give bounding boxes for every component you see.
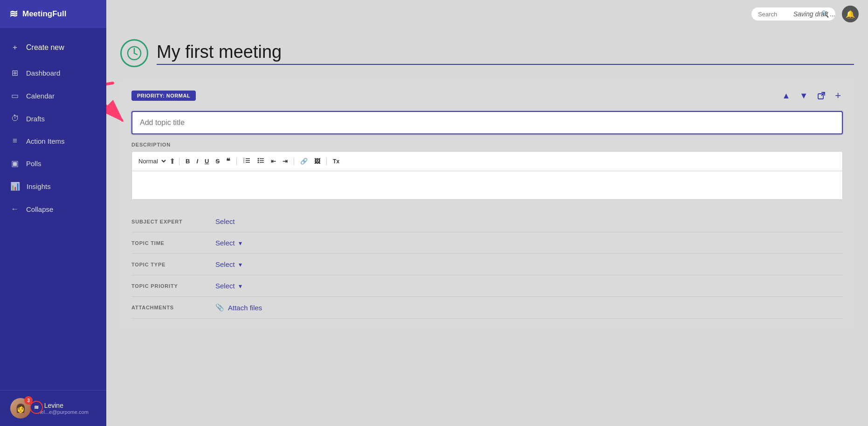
user-name: ey Levine [35,402,89,409]
list-icon: ≡ [10,136,20,146]
content-area: PRIORITY: NORMAL ▲ ▼ + [106,28,868,426]
topic-priority-label: TOPIC PRIORITY [131,283,215,289]
topic-priority-value: Select [215,282,235,290]
ordered-list-button[interactable]: 123 [241,155,253,167]
subject-expert-label: SUBJECT EXPERT [131,219,215,224]
bold-button[interactable]: B [183,156,192,166]
calendar-label: Calendar [26,92,55,100]
paperclip-icon: 📎 [215,303,224,312]
topic-time-label: TOPIC TIME [131,240,215,246]
italic-button[interactable]: I [194,156,200,166]
user-profile-area[interactable]: 👩 ≋ 3 ey Levine shel...e@purpome.com [0,390,106,426]
notification-bell-button[interactable]: 🔔 [842,6,859,22]
dashboard-label: Dashboard [26,69,60,77]
card-actions: ▲ ▼ + [780,89,843,103]
clock-svg [127,46,142,61]
description-editor[interactable] [132,171,842,199]
sidebar-item-polls[interactable]: ▣ Polls [0,152,106,175]
action-items-label: Action Items [26,137,65,145]
description-label: DESCRIPTION [131,142,843,147]
bell-icon: 🔔 [846,10,855,19]
format-select[interactable]: Normal [135,156,167,166]
saving-draft-status: Saving draft ... [793,10,835,18]
plus-icon: + [10,43,20,52]
user-email: shel...e@purpome.com [35,409,89,415]
sidebar: ≋ MeetingFull + Create new ⊞ Dashboard ▭… [0,0,106,426]
sidebar-item-action-items[interactable]: ≡ Action Items [0,130,106,152]
unordered-list-button[interactable] [255,155,267,167]
topic-title-input[interactable] [131,111,843,134]
form-fields: SUBJECT EXPERT Select TOPIC TIME Select … [131,211,843,319]
chevron-up-button[interactable]: ▲ [780,90,792,102]
toolbar-divider-1 [179,158,179,165]
sidebar-item-collapse[interactable]: ← Collapse [0,198,106,220]
topic-time-select[interactable]: Select ▾ [215,239,271,247]
clear-format-button[interactable]: Tx [331,157,342,166]
meeting-header [120,28,854,72]
indent-button[interactable]: ⇥ [280,156,290,166]
meeting-title-input[interactable] [157,42,854,65]
priority-badge: PRIORITY: NORMAL [131,91,196,101]
ol-icon: 123 [243,157,250,164]
image-button[interactable]: 🖼 [312,156,323,166]
subject-expert-value: Select [215,217,235,225]
polls-icon: ▣ [10,159,20,168]
external-link-icon [817,91,826,100]
chevron-down-button[interactable]: ▼ [798,90,810,102]
add-button[interactable]: + [833,89,843,103]
svg-line-2 [134,53,137,55]
sidebar-item-drafts[interactable]: ⏱ Drafts [0,107,106,130]
topic-priority-chevron: ▾ [239,282,242,290]
topic-title-wrapper [131,111,843,134]
user-info: ey Levine shel...e@purpome.com [35,402,89,415]
strikethrough-button[interactable]: S [213,156,222,166]
attachments-label: ATTACHMENTS [131,305,215,310]
editor-container: Normal ⬆ B I U S ❝ 123 [131,151,843,200]
topic-type-select[interactable]: Select ▾ [215,260,271,268]
svg-point-14 [258,162,259,163]
collapse-label: Collapse [26,205,53,213]
dashboard-icon: ⊞ [10,68,20,78]
topic-time-chevron: ▾ [239,239,242,247]
agenda-card: PRIORITY: NORMAL ▲ ▼ + [120,79,854,328]
calendar-icon: ▭ [10,91,20,101]
create-new-label: Create new [26,43,64,52]
subject-expert-select[interactable]: Select [215,217,271,225]
editor-toolbar: Normal ⬆ B I U S ❝ 123 [132,152,842,171]
app-name: MeetingFull [22,9,66,19]
subject-expert-row: SUBJECT EXPERT Select [131,211,843,232]
sidebar-item-calendar[interactable]: ▭ Calendar [0,84,106,107]
logo-icon: ≋ [9,8,18,20]
quote-button[interactable]: ❝ [224,155,233,167]
collapse-icon: ← [10,204,20,214]
svg-point-13 [258,160,259,161]
external-link-button[interactable] [815,91,827,101]
toolbar-divider-2 [236,158,237,165]
main-content: Saving draft ... 🔍 🔔 PRIORIT [106,0,868,426]
sidebar-item-insights[interactable]: 📊 Insights [0,175,106,198]
insights-icon: 📊 [10,182,20,191]
svg-point-12 [258,158,259,160]
attachments-row: ATTACHMENTS 📎 Attach files [131,297,843,319]
attach-files-button[interactable]: 📎 Attach files [215,303,262,312]
topic-time-row: TOPIC TIME Select ▾ [131,232,843,254]
clock-icon: ⏱ [10,114,20,123]
topbar: Saving draft ... 🔍 🔔 [106,0,868,28]
sidebar-item-dashboard[interactable]: ⊞ Dashboard [0,62,106,84]
topic-priority-row: TOPIC PRIORITY Select ▾ [131,275,843,297]
outdent-button[interactable]: ⇤ [269,156,278,166]
insights-label: Insights [27,182,51,190]
sidebar-item-create-new[interactable]: + Create new [0,34,106,62]
topic-type-row: TOPIC TYPE Select ▾ [131,254,843,275]
app-badge-icon: ≋ [34,404,39,411]
ul-icon [257,157,264,164]
drafts-label: Drafts [26,115,45,123]
topic-type-label: TOPIC TYPE [131,262,215,267]
link-button[interactable]: 🔗 [298,156,310,166]
svg-text:3: 3 [243,161,245,163]
topic-priority-select[interactable]: Select ▾ [215,282,271,290]
card-top-bar: PRIORITY: NORMAL ▲ ▼ + [131,89,843,103]
underline-button[interactable]: U [202,156,211,166]
app-logo[interactable]: ≋ MeetingFull [0,0,106,28]
toolbar-divider-4 [326,158,327,165]
